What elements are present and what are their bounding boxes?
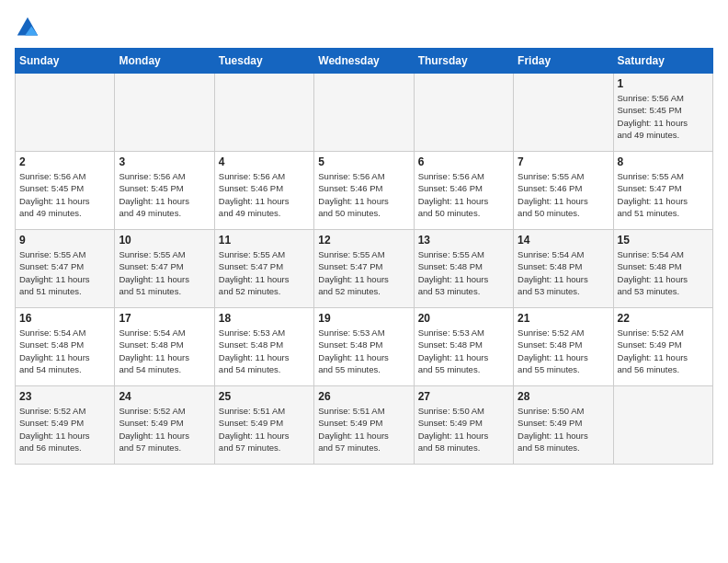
calendar-cell: 1Sunrise: 5:56 AMSunset: 5:45 PMDaylight… <box>613 74 712 152</box>
day-number: 17 <box>119 312 210 325</box>
day-number: 20 <box>418 312 509 325</box>
day-info: Sunrise: 5:53 AMSunset: 5:48 PMDaylight:… <box>318 327 409 375</box>
day-number: 8 <box>618 155 709 168</box>
day-number: 16 <box>19 312 110 325</box>
day-number: 15 <box>618 234 709 247</box>
calendar-cell: 28Sunrise: 5:50 AMSunset: 5:49 PMDayligh… <box>514 386 613 465</box>
calendar-cell: 12Sunrise: 5:55 AMSunset: 5:47 PMDayligh… <box>314 230 414 308</box>
calendar-cell: 4Sunrise: 5:56 AMSunset: 5:46 PMDaylight… <box>214 152 313 230</box>
logo-icon <box>15 15 40 40</box>
calendar-cell <box>314 74 414 152</box>
weekday-header-friday: Friday <box>514 49 613 74</box>
day-info: Sunrise: 5:56 AMSunset: 5:46 PMDaylight:… <box>418 170 509 219</box>
calendar-cell <box>214 74 313 152</box>
day-number: 27 <box>418 390 509 403</box>
calendar-cell <box>613 386 712 465</box>
calendar-cell: 19Sunrise: 5:53 AMSunset: 5:48 PMDayligh… <box>314 308 414 386</box>
day-number: 19 <box>318 312 409 325</box>
day-number: 14 <box>518 234 609 247</box>
day-info: Sunrise: 5:56 AMSunset: 5:46 PMDaylight:… <box>318 170 409 219</box>
page-header <box>15 15 713 40</box>
calendar-cell: 10Sunrise: 5:55 AMSunset: 5:47 PMDayligh… <box>115 230 214 308</box>
logo <box>15 15 44 40</box>
day-info: Sunrise: 5:55 AMSunset: 5:47 PMDaylight:… <box>618 170 709 219</box>
day-number: 13 <box>418 234 509 247</box>
weekday-header-sunday: Sunday <box>16 49 115 74</box>
day-number: 3 <box>119 155 210 168</box>
calendar-cell: 9Sunrise: 5:55 AMSunset: 5:47 PMDaylight… <box>16 230 115 308</box>
day-number: 22 <box>618 312 709 325</box>
calendar-week-3: 9Sunrise: 5:55 AMSunset: 5:47 PMDaylight… <box>16 230 713 308</box>
day-number: 21 <box>518 312 609 325</box>
day-info: Sunrise: 5:50 AMSunset: 5:49 PMDaylight:… <box>518 405 609 454</box>
day-info: Sunrise: 5:56 AMSunset: 5:45 PMDaylight:… <box>119 170 210 219</box>
day-number: 7 <box>518 155 609 168</box>
day-number: 10 <box>119 234 210 247</box>
calendar-week-4: 16Sunrise: 5:54 AMSunset: 5:48 PMDayligh… <box>16 308 713 386</box>
day-info: Sunrise: 5:53 AMSunset: 5:48 PMDaylight:… <box>219 327 310 375</box>
day-info: Sunrise: 5:52 AMSunset: 5:49 PMDaylight:… <box>618 327 709 375</box>
calendar-cell: 11Sunrise: 5:55 AMSunset: 5:47 PMDayligh… <box>214 230 313 308</box>
calendar-cell: 15Sunrise: 5:54 AMSunset: 5:48 PMDayligh… <box>613 230 712 308</box>
calendar-cell: 24Sunrise: 5:52 AMSunset: 5:49 PMDayligh… <box>115 386 214 465</box>
day-number: 18 <box>219 312 310 325</box>
day-number: 9 <box>19 234 110 247</box>
calendar-cell: 5Sunrise: 5:56 AMSunset: 5:46 PMDaylight… <box>314 152 414 230</box>
day-info: Sunrise: 5:51 AMSunset: 5:49 PMDaylight:… <box>219 405 310 454</box>
calendar-cell: 26Sunrise: 5:51 AMSunset: 5:49 PMDayligh… <box>314 386 414 465</box>
calendar-table: SundayMondayTuesdayWednesdayThursdayFrid… <box>15 48 713 465</box>
day-info: Sunrise: 5:54 AMSunset: 5:48 PMDaylight:… <box>518 248 609 297</box>
day-number: 12 <box>318 234 409 247</box>
calendar-cell: 3Sunrise: 5:56 AMSunset: 5:45 PMDaylight… <box>115 152 214 230</box>
day-info: Sunrise: 5:55 AMSunset: 5:47 PMDaylight:… <box>119 248 210 297</box>
day-info: Sunrise: 5:54 AMSunset: 5:48 PMDaylight:… <box>19 327 110 375</box>
calendar-week-1: 1Sunrise: 5:56 AMSunset: 5:45 PMDaylight… <box>16 74 713 152</box>
day-info: Sunrise: 5:50 AMSunset: 5:49 PMDaylight:… <box>418 405 509 454</box>
day-number: 5 <box>318 155 409 168</box>
day-number: 4 <box>219 155 310 168</box>
day-info: Sunrise: 5:56 AMSunset: 5:45 PMDaylight:… <box>618 92 709 141</box>
calendar-cell: 25Sunrise: 5:51 AMSunset: 5:49 PMDayligh… <box>214 386 313 465</box>
calendar-cell: 6Sunrise: 5:56 AMSunset: 5:46 PMDaylight… <box>414 152 513 230</box>
day-number: 1 <box>618 77 709 90</box>
calendar-cell <box>16 74 115 152</box>
weekday-header-thursday: Thursday <box>414 49 513 74</box>
calendar-cell: 27Sunrise: 5:50 AMSunset: 5:49 PMDayligh… <box>414 386 513 465</box>
day-info: Sunrise: 5:56 AMSunset: 5:45 PMDaylight:… <box>19 170 110 219</box>
day-info: Sunrise: 5:54 AMSunset: 5:48 PMDaylight:… <box>618 248 709 297</box>
calendar-cell: 18Sunrise: 5:53 AMSunset: 5:48 PMDayligh… <box>214 308 313 386</box>
day-number: 11 <box>219 234 310 247</box>
calendar-cell: 7Sunrise: 5:55 AMSunset: 5:46 PMDaylight… <box>514 152 613 230</box>
day-number: 2 <box>19 155 110 168</box>
weekday-header-saturday: Saturday <box>613 49 712 74</box>
day-number: 25 <box>219 390 310 403</box>
calendar-cell: 20Sunrise: 5:53 AMSunset: 5:48 PMDayligh… <box>414 308 513 386</box>
calendar-cell: 21Sunrise: 5:52 AMSunset: 5:48 PMDayligh… <box>514 308 613 386</box>
weekday-header-monday: Monday <box>115 49 214 74</box>
day-info: Sunrise: 5:52 AMSunset: 5:49 PMDaylight:… <box>119 405 210 454</box>
day-number: 6 <box>418 155 509 168</box>
calendar-cell <box>414 74 513 152</box>
weekday-header-tuesday: Tuesday <box>214 49 313 74</box>
calendar-cell: 14Sunrise: 5:54 AMSunset: 5:48 PMDayligh… <box>514 230 613 308</box>
day-info: Sunrise: 5:55 AMSunset: 5:47 PMDaylight:… <box>318 248 409 297</box>
calendar-cell: 2Sunrise: 5:56 AMSunset: 5:45 PMDaylight… <box>16 152 115 230</box>
day-info: Sunrise: 5:51 AMSunset: 5:49 PMDaylight:… <box>318 405 409 454</box>
day-info: Sunrise: 5:53 AMSunset: 5:48 PMDaylight:… <box>418 327 509 375</box>
calendar-cell <box>514 74 613 152</box>
day-info: Sunrise: 5:54 AMSunset: 5:48 PMDaylight:… <box>119 327 210 375</box>
calendar-cell: 8Sunrise: 5:55 AMSunset: 5:47 PMDaylight… <box>613 152 712 230</box>
calendar-cell: 13Sunrise: 5:55 AMSunset: 5:48 PMDayligh… <box>414 230 513 308</box>
day-info: Sunrise: 5:52 AMSunset: 5:48 PMDaylight:… <box>518 327 609 375</box>
day-info: Sunrise: 5:55 AMSunset: 5:46 PMDaylight:… <box>518 170 609 219</box>
calendar-cell: 17Sunrise: 5:54 AMSunset: 5:48 PMDayligh… <box>115 308 214 386</box>
calendar-cell: 16Sunrise: 5:54 AMSunset: 5:48 PMDayligh… <box>16 308 115 386</box>
day-number: 23 <box>19 390 110 403</box>
calendar-week-5: 23Sunrise: 5:52 AMSunset: 5:49 PMDayligh… <box>16 386 713 465</box>
calendar-week-2: 2Sunrise: 5:56 AMSunset: 5:45 PMDaylight… <box>16 152 713 230</box>
day-info: Sunrise: 5:55 AMSunset: 5:48 PMDaylight:… <box>418 248 509 297</box>
day-info: Sunrise: 5:55 AMSunset: 5:47 PMDaylight:… <box>219 248 310 297</box>
calendar-cell <box>115 74 214 152</box>
day-info: Sunrise: 5:52 AMSunset: 5:49 PMDaylight:… <box>19 405 110 454</box>
day-number: 26 <box>318 390 409 403</box>
